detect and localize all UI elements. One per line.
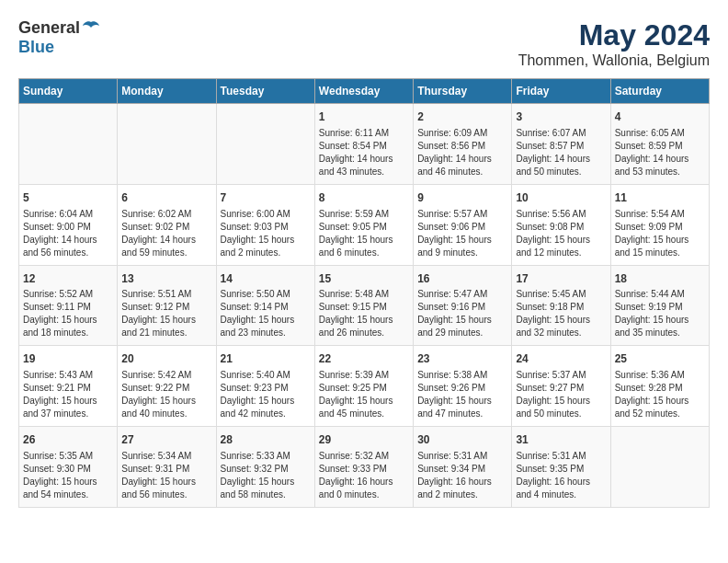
cell-text: Sunrise: 5:38 AM	[417, 369, 507, 382]
calendar-cell: 27Sunrise: 5:34 AMSunset: 9:31 PMDayligh…	[118, 427, 216, 508]
header-day: Friday	[512, 79, 610, 104]
cell-text: Daylight: 16 hours	[516, 476, 606, 488]
calendar-cell: 13Sunrise: 5:51 AMSunset: 9:12 PMDayligh…	[118, 265, 216, 346]
cell-text: and 58 minutes.	[221, 488, 311, 501]
cell-text: Sunrise: 5:36 AM	[615, 369, 705, 382]
cell-text: and 56 minutes.	[23, 247, 113, 259]
calendar-cell: 12Sunrise: 5:52 AMSunset: 9:11 PMDayligh…	[19, 265, 118, 346]
cell-text: Sunset: 9:23 PM	[221, 382, 311, 395]
cell-text: and 6 minutes.	[319, 247, 409, 259]
cell-text: Sunset: 9:27 PM	[516, 382, 606, 395]
cell-text: and 53 minutes.	[615, 166, 705, 178]
day-number: 12	[23, 271, 113, 287]
cell-text: Sunrise: 5:39 AM	[319, 369, 409, 382]
day-number: 22	[319, 351, 409, 367]
cell-text: and 45 minutes.	[319, 408, 409, 420]
cell-text: Daylight: 15 hours	[121, 314, 211, 327]
cell-text: Daylight: 14 hours	[615, 153, 705, 166]
cell-text: and 47 minutes.	[417, 408, 507, 420]
cell-text: Sunset: 9:30 PM	[23, 463, 113, 476]
calendar-cell: 5Sunrise: 6:04 AMSunset: 9:00 PMDaylight…	[19, 184, 118, 265]
cell-text: and 32 minutes.	[516, 327, 606, 339]
calendar-cell: 7Sunrise: 6:00 AMSunset: 9:03 PMDaylight…	[216, 184, 314, 265]
cell-text: and 15 minutes.	[615, 247, 705, 259]
cell-text: Daylight: 16 hours	[319, 476, 409, 488]
calendar-cell: 11Sunrise: 5:54 AMSunset: 9:09 PMDayligh…	[610, 184, 709, 265]
calendar-cell: 8Sunrise: 5:59 AMSunset: 9:05 PMDaylight…	[314, 184, 413, 265]
day-number: 25	[615, 351, 705, 367]
cell-text: Daylight: 16 hours	[417, 476, 507, 488]
day-number: 3	[516, 109, 606, 125]
cell-text: Sunset: 9:28 PM	[615, 382, 705, 395]
calendar-cell: 17Sunrise: 5:45 AMSunset: 9:18 PMDayligh…	[512, 265, 610, 346]
calendar-cell: 19Sunrise: 5:43 AMSunset: 9:21 PMDayligh…	[19, 346, 118, 427]
logo-general: General	[18, 18, 80, 38]
calendar-cell	[118, 104, 216, 185]
logo: General Blue	[18, 18, 100, 57]
cell-text: Sunrise: 5:45 AM	[516, 288, 606, 301]
cell-text: Daylight: 14 hours	[23, 234, 113, 247]
cell-text: Sunrise: 5:31 AM	[417, 450, 507, 463]
cell-text: Sunset: 9:22 PM	[121, 382, 211, 395]
cell-text: Sunset: 9:05 PM	[319, 221, 409, 234]
calendar-cell: 10Sunrise: 5:56 AMSunset: 9:08 PMDayligh…	[512, 184, 610, 265]
calendar-cell: 28Sunrise: 5:33 AMSunset: 9:32 PMDayligh…	[216, 427, 314, 508]
day-number: 16	[417, 271, 507, 287]
day-number: 23	[417, 351, 507, 367]
calendar-cell: 20Sunrise: 5:42 AMSunset: 9:22 PMDayligh…	[118, 346, 216, 427]
title-section: May 2024 Thommen, Wallonia, Belgium	[518, 18, 710, 69]
cell-text: Sunset: 9:26 PM	[417, 382, 507, 395]
cell-text: Sunset: 9:19 PM	[615, 301, 705, 314]
cell-text: and 54 minutes.	[23, 488, 113, 501]
cell-text: Sunset: 9:21 PM	[23, 382, 113, 395]
cell-text: Sunrise: 5:43 AM	[23, 369, 113, 382]
cell-text: and 23 minutes.	[221, 327, 311, 339]
cell-text: and 43 minutes.	[319, 166, 409, 178]
day-number: 11	[615, 190, 705, 206]
header-day: Saturday	[610, 79, 709, 104]
cell-text: and 2 minutes.	[221, 247, 311, 259]
cell-text: Sunset: 9:15 PM	[319, 301, 409, 314]
cell-text: and 37 minutes.	[23, 408, 113, 420]
calendar-cell: 14Sunrise: 5:50 AMSunset: 9:14 PMDayligh…	[216, 265, 314, 346]
cell-text: Sunrise: 5:34 AM	[121, 450, 211, 463]
day-number: 8	[319, 190, 409, 206]
cell-text: Sunrise: 5:33 AM	[221, 450, 311, 463]
day-number: 17	[516, 271, 606, 287]
day-number: 5	[23, 190, 113, 206]
calendar-week-row: 5Sunrise: 6:04 AMSunset: 9:00 PMDaylight…	[19, 184, 710, 265]
cell-text: and 12 minutes.	[516, 247, 606, 259]
cell-text: Sunset: 9:08 PM	[516, 221, 606, 234]
calendar-week-row: 19Sunrise: 5:43 AMSunset: 9:21 PMDayligh…	[19, 346, 710, 427]
header-day: Wednesday	[314, 79, 413, 104]
calendar-cell: 30Sunrise: 5:31 AMSunset: 9:34 PMDayligh…	[414, 427, 512, 508]
calendar-cell: 3Sunrise: 6:07 AMSunset: 8:57 PMDaylight…	[512, 104, 610, 185]
cell-text: and 59 minutes.	[121, 247, 211, 259]
cell-text: Sunrise: 5:56 AM	[516, 208, 606, 221]
cell-text: Sunrise: 5:50 AM	[221, 288, 311, 301]
page-title: May 2024	[518, 18, 710, 52]
cell-text: Sunset: 9:06 PM	[417, 221, 507, 234]
day-number: 31	[516, 432, 606, 448]
calendar-cell	[216, 104, 314, 185]
cell-text: Daylight: 15 hours	[615, 314, 705, 327]
calendar-cell: 21Sunrise: 5:40 AMSunset: 9:23 PMDayligh…	[216, 346, 314, 427]
cell-text: and 29 minutes.	[417, 327, 507, 339]
calendar-table: SundayMondayTuesdayWednesdayThursdayFrid…	[18, 78, 710, 508]
cell-text: Daylight: 15 hours	[417, 234, 507, 247]
calendar-cell: 25Sunrise: 5:36 AMSunset: 9:28 PMDayligh…	[610, 346, 709, 427]
cell-text: Sunrise: 5:32 AM	[319, 450, 409, 463]
calendar-cell: 26Sunrise: 5:35 AMSunset: 9:30 PMDayligh…	[19, 427, 118, 508]
cell-text: Sunset: 9:03 PM	[221, 221, 311, 234]
calendar-week-row: 12Sunrise: 5:52 AMSunset: 9:11 PMDayligh…	[19, 265, 710, 346]
header-day: Tuesday	[216, 79, 314, 104]
cell-text: Sunset: 9:25 PM	[319, 382, 409, 395]
day-number: 7	[221, 190, 311, 206]
cell-text: and 46 minutes.	[417, 166, 507, 178]
day-number: 26	[23, 432, 113, 448]
cell-text: Sunset: 9:35 PM	[516, 463, 606, 476]
header: General Blue May 2024 Thommen, Wallonia,…	[18, 18, 710, 69]
logo-bird-icon	[82, 20, 100, 37]
header-day: Thursday	[414, 79, 512, 104]
cell-text: Daylight: 15 hours	[516, 395, 606, 408]
